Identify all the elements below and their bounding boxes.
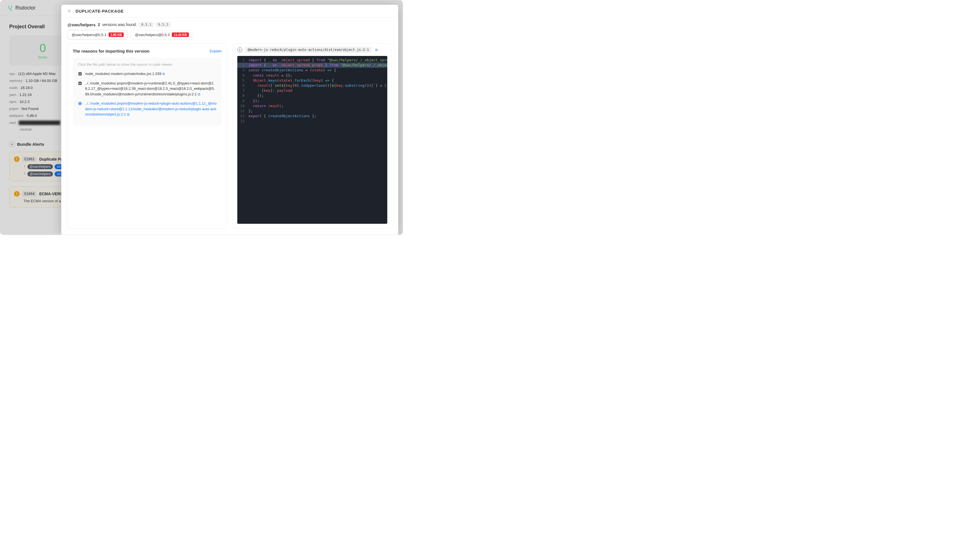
reasons-hint: Click the file path below to show the re…	[78, 62, 216, 66]
modal-title: DUPLICATE-PACKAGE	[76, 9, 124, 13]
versions-found-label: versions was found:	[102, 22, 137, 27]
import-path-text[interactable]: node_modules/.modern-js/main/index.jsx:1…	[85, 71, 216, 77]
reasons-title: The reasons for importing this version	[73, 49, 149, 54]
svg-rect-1	[78, 82, 82, 85]
code-line: 6 result[`set${key[0].toUpperCase()}${ke…	[237, 83, 387, 88]
import-path-row[interactable]: ../../node_modules/.pnpm/@modern-js+runt…	[78, 80, 216, 97]
copy-icon[interactable]: ⧉	[162, 72, 165, 76]
modal-subtitle: @swc/helpers 2 versions was found: 0.5.1…	[61, 17, 398, 30]
code-viewer[interactable]: 1import { _ as _object_spread } from "@s…	[237, 56, 387, 224]
tab-version-0[interactable]: @swc/helpers@0.5.1 1.85 KB	[68, 30, 128, 39]
tab-version-1[interactable]: @swc/helpers@0.5.3 11.42 KB	[131, 30, 193, 39]
close-icon[interactable]: ✕	[68, 8, 71, 14]
code-line: 2import { _ as _object_spread_props } fr…	[237, 63, 387, 68]
svg-point-3	[79, 103, 81, 104]
arrow-down-icon	[78, 72, 82, 76]
size-badge: 1.85 KB	[109, 32, 124, 37]
version-tabs: @swc/helpers@0.5.1 1.85 KB @swc/helpers@…	[61, 30, 398, 43]
code-line: 5 Object.keys(state).forEach((key) => {	[237, 78, 387, 83]
code-line: 12export { createObjectActions };	[237, 114, 387, 118]
size-badge: 11.42 KB	[172, 32, 189, 37]
code-line: 3const createObjectActions = (state) => …	[237, 68, 387, 73]
reasons-panel: The reasons for importing this version E…	[68, 43, 227, 229]
code-line: 4 const result = {};	[237, 73, 387, 78]
explain-link[interactable]: Explain	[210, 49, 222, 53]
version-chip: 0.5.3	[156, 22, 171, 27]
import-path-row[interactable]: node_modules/.modern-js/main/index.jsx:1…	[78, 71, 216, 77]
copy-icon[interactable]: ⧉	[127, 112, 129, 116]
arrow-down-icon	[78, 81, 82, 85]
selected-dot-icon	[78, 101, 82, 106]
copy-icon[interactable]: ⧉	[198, 92, 201, 96]
code-line: 9 });	[237, 98, 387, 104]
import-path-text[interactable]: ../../node_modules/.pnpm/@modern-js+runt…	[85, 80, 216, 97]
import-path-row[interactable]: ../../node_modules/.pnpm/@modern-js-redu…	[78, 101, 216, 117]
code-line: 11};	[237, 109, 387, 114]
viewer-file-path: @modern-js-reduck/plugin-auto-actions/di…	[245, 47, 371, 53]
code-line: 10 return result;	[237, 104, 387, 109]
code-line: 7 [key]: payload	[237, 88, 387, 93]
package-name: @swc/helpers	[68, 22, 96, 27]
version-chip: 0.5.1	[139, 22, 154, 27]
code-line: 8 });	[237, 93, 387, 98]
code-viewer-panel: i @modern-js-reduck/plugin-auto-actions/…	[232, 43, 392, 229]
versions-count: 2	[98, 22, 100, 27]
copy-icon[interactable]: ⧉	[375, 48, 378, 52]
import-path-text[interactable]: ../../node_modules/.pnpm/@modern-js-redu…	[85, 101, 216, 117]
info-icon: i	[237, 47, 242, 52]
code-line: 13	[237, 118, 387, 124]
code-line: 1import { _ as _object_spread } from "@s…	[237, 58, 387, 63]
duplicate-package-modal: ✕ DUPLICATE-PACKAGE @swc/helpers 2 versi…	[61, 5, 398, 235]
svg-rect-0	[78, 72, 82, 76]
